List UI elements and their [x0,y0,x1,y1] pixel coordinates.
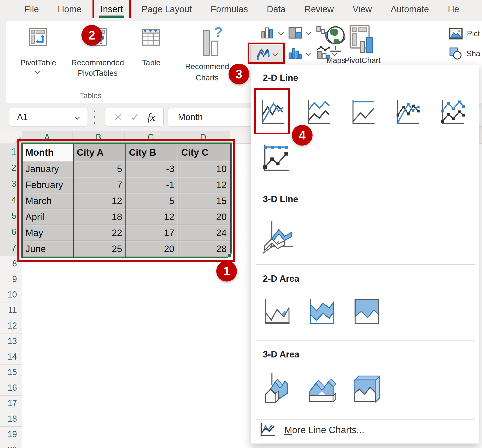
menu-item-100-stacked-3d-area[interactable] [347,367,385,410]
row-header-5[interactable]: 5 [0,208,22,224]
row-header-9[interactable]: 9 [0,271,22,287]
tab-review[interactable]: Review [305,4,334,14]
row-header-18[interactable]: 18 [0,411,22,427]
cell-a4[interactable]: March [23,193,73,209]
menu-item-line-with-markers[interactable] [390,89,425,135]
cell-b5[interactable]: 18 [74,209,125,225]
select-all-corner[interactable] [0,131,22,143]
menu-item-stacked-3d-area[interactable] [302,367,340,410]
maps-button[interactable] [324,24,347,57]
menu-item-line[interactable] [255,89,290,135]
statistic-chart-dropdown-chevron[interactable] [306,51,310,56]
menu-item-3d-line[interactable] [258,216,298,259]
cell-a7[interactable]: June [23,241,73,257]
insert-line-chart-button[interactable] [250,45,283,63]
cell-a2[interactable]: January [23,161,73,177]
row-header-10[interactable]: 10 [0,287,22,302]
pivottable-button[interactable] [28,27,48,48]
row-header-3[interactable]: 3 [0,176,22,192]
cell-d5[interactable]: 20 [178,209,230,225]
selection-fill-handle[interactable] [228,253,232,258]
name-box[interactable]: A1 [9,108,88,126]
cell-a5[interactable]: April [23,209,73,225]
column-header-d[interactable]: D [177,131,229,143]
column-header-b[interactable]: B [72,131,125,143]
tab-data[interactable]: Data [267,4,285,14]
pivottable-dropdown-chevron[interactable] [36,70,40,74]
cell-a1[interactable]: Month [23,144,73,161]
insert-statistic-chart-button[interactable] [288,46,303,62]
insert-column-chart-button[interactable] [261,25,275,41]
cell-d1[interactable]: City C [178,144,230,161]
cell-d2[interactable]: 10 [178,161,230,177]
name-box-chevron[interactable] [75,115,80,120]
tab-automate[interactable]: Automate [391,4,429,14]
menu-item-stacked-area[interactable] [304,290,339,332]
tab-file[interactable]: File [24,4,39,14]
table-button[interactable] [141,27,161,48]
tab-page-layout[interactable]: Page Layout [142,4,192,14]
annotation-box-insert [92,0,131,20]
cell-b1[interactable]: City A [74,144,125,161]
cell-c6[interactable]: 17 [126,225,178,241]
recommended-charts-button[interactable]: ? [201,26,222,63]
row-header-15[interactable]: 15 [0,364,22,380]
column-header-a[interactable]: A [22,131,72,143]
row-header-1[interactable]: 1 [0,143,22,160]
tab-insert[interactable]: Insert [100,4,123,14]
menu-item-stacked-line-with-markers[interactable] [435,89,470,135]
insert-function-icon[interactable]: fx [148,111,155,123]
cell-d6[interactable]: 24 [178,225,230,241]
row-header-6[interactable]: 6 [0,224,22,240]
enter-icon[interactable]: ✓ [131,111,139,123]
pivotchart-button[interactable] [349,24,375,55]
row-header-14[interactable]: 14 [0,349,22,364]
pictures-button[interactable]: Pict [449,28,480,39]
cell-d7[interactable]: 28 [178,241,230,257]
cell-c2[interactable]: -3 [126,161,178,177]
cell-c4[interactable]: 5 [126,193,178,209]
cell-b4[interactable]: 12 [74,193,125,209]
cell-d3[interactable]: 12 [178,177,230,193]
column-chart-dropdown-chevron[interactable] [279,31,283,35]
cancel-icon[interactable]: ✕ [114,111,122,123]
row-header-17[interactable]: 17 [0,396,22,411]
row-header-20[interactable]: 20 [0,442,22,448]
cell-b6[interactable]: 22 [74,225,125,241]
menu-item-100-stacked-area[interactable] [349,290,384,332]
row-header-4[interactable]: 4 [0,192,22,208]
hierarchy-chart-dropdown-chevron[interactable] [306,31,310,35]
tab-home[interactable]: Home [58,4,81,14]
menu-item-100-stacked-line[interactable] [345,89,381,135]
column-header-c[interactable]: C [125,131,177,143]
menu-item-100-stacked-line-with-markers[interactable] [258,139,293,177]
cell-b7[interactable]: 25 [74,241,125,257]
row-header-7[interactable]: 7 [0,240,22,256]
cell-a6[interactable]: May [23,225,73,241]
menu-item-3d-area[interactable] [258,367,295,410]
row-header-16[interactable]: 16 [0,380,22,396]
insert-hierarchy-chart-button[interactable] [288,25,303,41]
cell-b2[interactable]: 5 [74,161,125,177]
tab-formulas[interactable]: Formulas [211,4,248,14]
cell-c7[interactable]: 20 [126,241,178,257]
cell-c3[interactable]: -1 [126,177,178,193]
formula-bar-splitter[interactable] [94,110,96,124]
cell-b3[interactable]: 7 [74,177,125,193]
cell-c5[interactable]: 12 [126,209,178,225]
cell-d4[interactable]: 15 [178,193,230,209]
cell-c1[interactable]: City B [126,144,178,161]
line-chart-dropdown-chevron[interactable] [273,51,278,56]
cell-a3[interactable]: February [23,177,73,193]
tab-view[interactable]: View [353,4,372,14]
row-header-8[interactable]: 8 [0,256,22,271]
shapes-button[interactable]: Sha [449,47,480,60]
row-header-2[interactable]: 2 [0,160,22,176]
menu-item-area[interactable] [259,290,295,332]
row-header-12[interactable]: 12 [0,318,22,333]
tab-help[interactable]: He [448,4,459,14]
row-header-13[interactable]: 13 [0,333,22,349]
row-header-19[interactable]: 19 [0,427,22,442]
row-header-11[interactable]: 11 [0,302,22,318]
more-line-charts-item[interactable]: More Line Charts... [259,422,364,437]
